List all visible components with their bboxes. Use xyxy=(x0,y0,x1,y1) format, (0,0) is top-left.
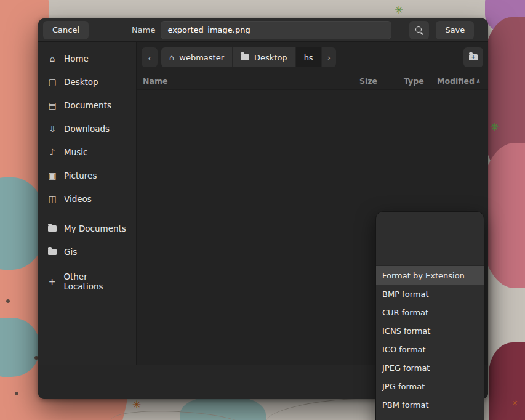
desktop-icon: ▢ xyxy=(47,77,57,87)
sidebar-item-music[interactable]: ♪ Music xyxy=(38,140,136,164)
music-note-icon: ♪ xyxy=(47,147,57,157)
format-menu-item-pbm[interactable]: PBM format xyxy=(376,395,484,414)
sidebar-item-label: Desktop xyxy=(64,77,98,87)
sidebar-item-home[interactable]: ⌂ Home xyxy=(38,47,136,70)
sidebar-item-desktop[interactable]: ▢ Desktop xyxy=(38,70,136,94)
map-star-marker-icon: ✳ xyxy=(395,5,403,15)
column-header-type[interactable]: Type xyxy=(404,76,437,86)
sidebar-item-label: Music xyxy=(64,147,87,157)
map-dot-marker xyxy=(6,299,10,303)
sidebar-item-label: Videos xyxy=(64,194,92,204)
sidebar-item-downloads[interactable]: ⇩ Downloads xyxy=(38,117,136,140)
format-menu-item-ico[interactable]: ICO format xyxy=(376,340,484,358)
path-bar: ‹ ⌂ webmaster Desktop hs › xyxy=(137,42,488,73)
filename-label: Name xyxy=(132,25,155,34)
sort-ascending-icon: ∧ xyxy=(476,78,481,84)
breadcrumb-webmaster[interactable]: ⌂ webmaster xyxy=(161,47,233,67)
column-header-modified[interactable]: Modified ∧ xyxy=(437,76,488,86)
column-header-name[interactable]: Name xyxy=(143,76,359,86)
file-list-header: Name Size Type Modified ∧ xyxy=(137,73,488,90)
folder-icon xyxy=(241,53,249,62)
column-header-size[interactable]: Size xyxy=(359,76,404,86)
folder-icon xyxy=(47,224,57,233)
map-dot-marker xyxy=(15,392,18,395)
sidebar-item-pictures[interactable]: ▣ Pictures xyxy=(38,164,136,187)
file-format-dropdown-menu: Format by Extension BMP format CUR forma… xyxy=(375,211,484,420)
sidebar-separator xyxy=(38,211,136,217)
document-icon: ▤ xyxy=(47,100,57,110)
sidebar-item-label: My Documents xyxy=(64,224,126,233)
sidebar-separator xyxy=(38,264,136,270)
folder-icon xyxy=(47,247,57,257)
plus-icon: + xyxy=(47,277,57,286)
cancel-button[interactable]: Cancel xyxy=(43,21,89,39)
sidebar-item-label: Pictures xyxy=(64,171,97,180)
map-region-rose xyxy=(483,143,525,288)
search-button[interactable] xyxy=(409,21,429,39)
format-menu-empty-area xyxy=(376,212,484,266)
new-folder-icon: + xyxy=(469,54,478,60)
sidebar-item-documents[interactable]: ▤ Documents xyxy=(38,94,136,117)
screen: ✳ ❋ ✳ ✳ Cancel Name Save ⌂ Home ▢ xyxy=(0,0,525,420)
sidebar-item-label: Home xyxy=(64,54,89,63)
format-menu-item-jpeg[interactable]: JPEG format xyxy=(376,358,484,377)
back-button[interactable]: ‹ xyxy=(142,47,158,67)
new-folder-button[interactable]: + xyxy=(463,47,483,67)
sidebar-item-label: Gis xyxy=(64,247,77,257)
home-icon: ⌂ xyxy=(169,53,174,62)
save-button[interactable]: Save xyxy=(436,21,474,39)
map-flower-marker-icon: ✳ xyxy=(132,400,141,410)
format-menu-item-pgm[interactable]: PGM format xyxy=(376,414,484,420)
search-icon xyxy=(415,26,423,34)
map-dot-marker-icon: ✳ xyxy=(511,399,518,407)
sidebar-item-my-documents[interactable]: My Documents xyxy=(38,217,136,240)
map-flower-marker-icon: ❋ xyxy=(491,123,499,132)
home-icon: ⌂ xyxy=(47,54,57,63)
format-menu-item-icns[interactable]: ICNS format xyxy=(376,321,484,340)
sidebar-item-videos[interactable]: ◫ Videos xyxy=(38,187,136,211)
map-region-darkred xyxy=(489,342,525,420)
breadcrumb-label: Desktop xyxy=(254,53,287,62)
column-header-label: Modified xyxy=(437,76,475,86)
video-icon: ◫ xyxy=(47,194,57,204)
breadcrumb-desktop[interactable]: Desktop xyxy=(233,47,296,67)
breadcrumb: ⌂ webmaster Desktop hs › xyxy=(161,47,336,67)
download-icon: ⇩ xyxy=(47,124,57,134)
filename-input[interactable] xyxy=(161,21,391,39)
forward-chevron-icon[interactable]: › xyxy=(322,47,336,67)
format-menu-item-bmp[interactable]: BMP format xyxy=(376,285,484,303)
places-sidebar: ⌂ Home ▢ Desktop ▤ Documents ⇩ Downloads… xyxy=(38,42,137,365)
format-menu-item-jpg[interactable]: JPG format xyxy=(376,377,484,395)
picture-icon: ▣ xyxy=(47,171,57,180)
sidebar-item-label: Downloads xyxy=(64,124,110,134)
breadcrumb-label: webmaster xyxy=(179,53,224,62)
format-menu-item-cur[interactable]: CUR format xyxy=(376,303,484,321)
sidebar-item-label: Other Locations xyxy=(63,272,127,291)
format-menu-item-by-extension[interactable]: Format by Extension xyxy=(376,266,484,285)
dialog-headerbar: Cancel Name Save xyxy=(38,18,488,42)
sidebar-item-other-locations[interactable]: + Other Locations xyxy=(38,270,136,293)
breadcrumb-label: hs xyxy=(304,53,313,62)
sidebar-item-label: Documents xyxy=(64,100,111,110)
breadcrumb-hs-active[interactable]: hs xyxy=(296,47,322,67)
sidebar-item-gis[interactable]: Gis xyxy=(38,240,136,264)
